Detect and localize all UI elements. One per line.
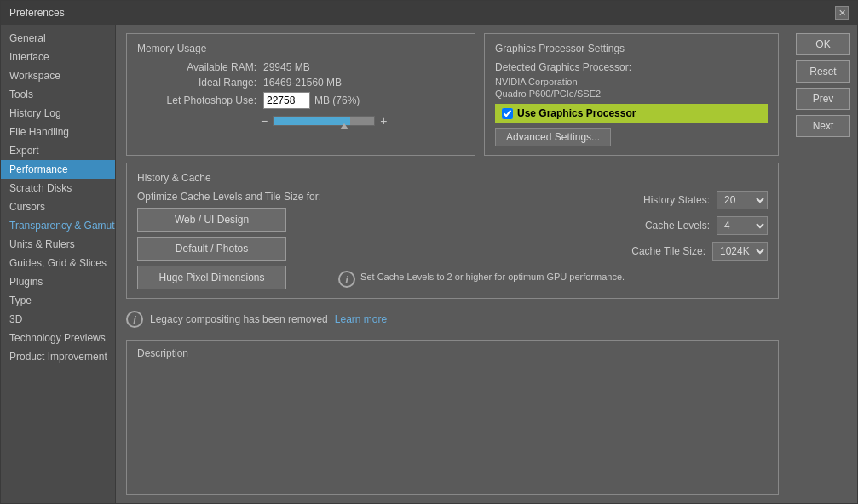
sidebar-item-scratch-disks[interactable]: Scratch Disks [1,179,115,198]
gpu-hint-row: i Set Cache Levels to 2 or higher for op… [338,271,768,288]
available-ram-row: Available RAM: 29945 MB [137,61,464,73]
sidebar-item-history-log[interactable]: History Log [1,104,115,123]
cache-levels-row: Cache Levels: 4 [338,216,768,235]
use-gpu-row: Use Graphics Processor [495,104,768,123]
close-button[interactable]: ✕ [835,6,849,20]
advanced-settings-button[interactable]: Advanced Settings... [495,128,611,146]
gpu-title: Graphics Processor Settings [495,43,768,54]
memory-panel: Memory Usage Available RAM: 29945 MB Ide… [126,33,475,156]
ideal-value: 16469-21560 MB [263,77,342,89]
memory-slider[interactable] [273,116,375,126]
history-right-section: History States: 20 Cache Levels: 4 [338,191,768,289]
sidebar-item-technology-previews[interactable]: Technology Previews [1,329,115,347]
sidebar-item-cursors[interactable]: Cursors [1,198,115,216]
sidebar-item-file-handling[interactable]: File Handling [1,123,115,141]
ok-button[interactable]: OK [796,33,850,55]
history-states-row: History States: 20 [338,191,768,209]
mb-pct-label: MB (76%) [314,94,360,106]
history-states-label: History States: [643,194,710,206]
sidebar-item-product-improvement[interactable]: Product Improvement [1,347,115,366]
cache-tile-label: Cache Tile Size: [631,245,705,257]
slider-increase[interactable]: + [380,114,387,128]
history-states-select[interactable]: 20 [717,191,768,209]
sidebar-item-units--rulers[interactable]: Units & Rulers [1,235,115,254]
sidebar-item-3d[interactable]: 3D [1,310,115,329]
reset-button[interactable]: Reset [796,60,850,83]
sidebar-item-performance[interactable]: Performance [1,160,115,179]
legacy-info-icon: i [126,311,143,328]
history-cache-panel: History & Cache Optimize Cache Levels an… [126,163,779,299]
sidebar-item-transparency--gamut[interactable]: Transparency & Gamut [1,216,115,235]
ideal-range-row: Ideal Range: 16469-21560 MB [137,77,464,89]
sidebar-item-export[interactable]: Export [1,141,115,160]
memory-title: Memory Usage [137,43,464,54]
cache-tile-row: Cache Tile Size: 1024K [338,242,768,261]
slider-thumb [340,123,348,129]
history-cache-title: History & Cache [137,172,768,184]
gpu-name2: Quadro P600/PCIe/SSE2 [495,89,768,99]
main-content: Memory Usage Available RAM: 29945 MB Ide… [116,25,789,503]
sidebar-item-tools[interactable]: Tools [1,85,115,104]
available-value: 29945 MB [263,61,310,73]
info-icon: i [338,271,355,288]
gpu-hint-text: Set Cache Levels to 2 or higher for opti… [360,271,625,284]
let-photoshop-row: Let Photoshop Use: 22758 MB (76%) [137,92,464,109]
let-value-input[interactable]: 22758 [263,92,310,109]
next-button[interactable]: Next [796,115,850,137]
gpu-panel: Graphics Processor Settings Detected Gra… [484,33,779,156]
let-label: Let Photoshop Use: [137,94,256,106]
available-label: Available RAM: [137,61,256,73]
sidebar: GeneralInterfaceWorkspaceToolsHistory Lo… [1,25,116,503]
huge-pixel-button[interactable]: Huge Pixel Dimensions [137,266,286,289]
prev-button[interactable]: Prev [796,88,850,110]
sidebar-item-general[interactable]: General [1,29,115,48]
cache-buttons: Web / UI Design Default / Photos Huge Pi… [137,208,321,289]
use-gpu-checkbox[interactable] [502,108,513,119]
dialog-buttons: OK Reset Prev Next [789,25,857,503]
learn-more-link[interactable]: Learn more [335,313,387,325]
sidebar-item-plugins[interactable]: Plugins [1,272,115,291]
slider-decrease[interactable]: − [261,114,268,128]
cache-levels-label: Cache Levels: [645,220,710,232]
slider-fill [274,117,350,125]
cache-levels-select[interactable]: 4 [717,216,768,235]
content-area: GeneralInterfaceWorkspaceToolsHistory Lo… [1,25,857,503]
ideal-label: Ideal Range: [137,77,256,89]
top-panels: Memory Usage Available RAM: 29945 MB Ide… [126,33,779,156]
sidebar-item-workspace[interactable]: Workspace [1,66,115,85]
legacy-notice: i Legacy compositing has been removed Le… [126,306,779,333]
default-photos-button[interactable]: Default / Photos [137,237,286,261]
gpu-name1: NVIDIA Corporation [495,77,768,87]
history-content: Optimize Cache Levels and Tile Size for:… [137,191,768,289]
legacy-text: Legacy compositing has been removed [150,313,328,325]
slider-row: − + [137,114,464,128]
description-panel: Description [126,340,779,495]
cache-buttons-section: Optimize Cache Levels and Tile Size for:… [137,191,321,289]
sidebar-item-type[interactable]: Type [1,291,115,310]
gpu-detected-label: Detected Graphics Processor: [495,61,768,73]
description-title: Description [137,347,768,359]
window-title: Preferences [9,7,65,19]
optimize-label: Optimize Cache Levels and Tile Size for: [137,191,321,203]
title-bar: Preferences ✕ [1,1,857,25]
use-gpu-label: Use Graphics Processor [517,107,636,119]
sidebar-item-interface[interactable]: Interface [1,48,115,66]
cache-tile-select[interactable]: 1024K [712,242,768,261]
web-ui-design-button[interactable]: Web / UI Design [137,208,286,232]
sidebar-item-guides-grid--slices[interactable]: Guides, Grid & Slices [1,254,115,272]
preferences-window: Preferences ✕ GeneralInterfaceWorkspaceT… [0,0,858,504]
